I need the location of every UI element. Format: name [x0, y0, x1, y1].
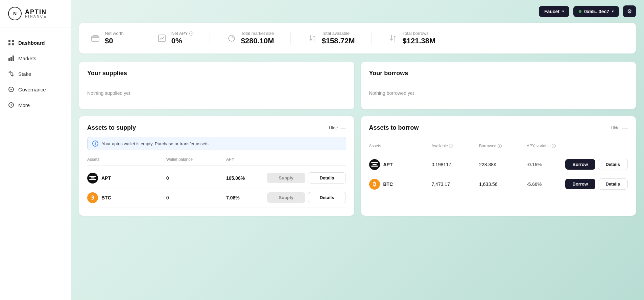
col-apy-variable: APY, variable i: [527, 144, 563, 148]
hide-supply-button[interactable]: Hide —: [329, 125, 346, 131]
borrow-apt-available: 0.198117: [431, 162, 476, 167]
apt-stripe: [371, 166, 378, 167]
your-supplies-panel: Your supplies Nothing supplied yet: [79, 62, 354, 109]
logo-icon: N: [8, 7, 22, 20]
bar-chart-icon: [8, 55, 14, 61]
col-borrow-action: [565, 144, 595, 148]
wallet-button[interactable]: 0x55...3ec7 ▾: [573, 6, 619, 17]
btc-borrow-details-button[interactable]: Details: [598, 178, 628, 190]
stat-net-worth: Net worth $0: [90, 31, 124, 45]
arrows-icon: [8, 71, 14, 77]
logo-text: APTIN FINANCE: [25, 9, 47, 18]
borrow-apt-icon: [369, 159, 380, 170]
sidebar-item-markets[interactable]: Markets: [0, 51, 71, 65]
svg-point-8: [10, 89, 12, 90]
svg-rect-5: [10, 57, 12, 61]
your-borrows-empty: Nothing borrowed yet: [369, 85, 628, 101]
brand-sub: FINANCE: [25, 15, 47, 18]
chevron-down-icon: ▾: [612, 9, 614, 13]
your-supplies-title: Your supplies: [87, 70, 346, 77]
your-borrows-panel: Your borrows Nothing borrowed yet: [361, 62, 636, 109]
svg-rect-12: [92, 36, 99, 41]
sidebar-item-more[interactable]: More: [0, 98, 71, 112]
svg-rect-3: [12, 43, 14, 45]
hide-borrow-button[interactable]: Hide —: [611, 125, 628, 131]
assets-supply-header: Assets to supply Hide —: [87, 124, 346, 131]
btc-icon: ₿: [87, 192, 98, 203]
borrow-apt-name: APT: [383, 162, 393, 167]
col-assets: Assets: [87, 157, 164, 162]
faucet-label: Faucet: [544, 9, 559, 14]
supply-table-header: Assets Wallet balance APY: [87, 157, 346, 166]
borrow-btc-row: ₿ BTC 7,473.17 1,633.56 -5.60% Borrow De…: [369, 174, 628, 194]
total-market-label: Total market size: [241, 31, 274, 36]
borrow-table-header: Assets Available i Borrowed i APY, varia…: [369, 144, 628, 152]
net-worth-label: Net worth: [105, 31, 124, 36]
arrows-updown2-icon: [388, 33, 399, 44]
stat-divider-3: [290, 31, 291, 45]
grid-icon: [8, 40, 14, 46]
sidebar-item-stake[interactable]: Stake: [0, 67, 71, 81]
chevron-down-icon: ▾: [562, 9, 564, 13]
col-apy: APY: [226, 157, 264, 162]
logo-area: N APTIN FINANCE: [0, 0, 71, 27]
assets-to-supply-panel: Assets to supply Hide — i Your aptos wal…: [79, 116, 354, 216]
apt-borrow-button[interactable]: Borrow: [565, 159, 595, 170]
borrow-btc-apy: -5.60%: [527, 181, 563, 187]
sidebar-nav: Dashboard Markets Stake: [0, 27, 71, 120]
total-borrows-label: Total borrows: [403, 31, 436, 36]
apt-borrow-details-button[interactable]: Details: [598, 159, 628, 170]
sidebar-item-governance[interactable]: Governance: [0, 82, 71, 97]
faucet-button[interactable]: Faucet ▾: [539, 6, 569, 17]
borrow-btc-info: ₿ BTC: [369, 179, 429, 190]
svg-rect-4: [8, 58, 10, 61]
btc-details-button[interactable]: Details: [308, 192, 346, 203]
stat-net-apy-info: Net APY i 0%: [171, 31, 193, 45]
sidebar-item-label: Dashboard: [18, 40, 45, 46]
stat-total-available-info: Total available $158.72M: [322, 31, 355, 45]
settings-button[interactable]: ⚙: [623, 5, 636, 17]
hide-supply-label: Hide: [329, 125, 338, 130]
chart-icon: [157, 33, 167, 44]
apt-details-button[interactable]: Details: [308, 172, 346, 184]
net-apy-value: 0%: [171, 37, 193, 45]
apt-balance: 0: [166, 175, 223, 181]
info-icon: i: [189, 31, 193, 36]
your-borrows-title: Your borrows: [369, 70, 628, 77]
svg-rect-2: [8, 43, 10, 45]
hide-borrow-label: Hide: [611, 125, 620, 130]
stat-total-borrows-info: Total borrows $121.38M: [403, 31, 436, 45]
plus-circle-icon: [8, 102, 14, 108]
borrow-btc-borrowed: 1,633.56: [479, 181, 524, 187]
sidebar-item-label: Governance: [18, 87, 46, 92]
btc-borrow-button[interactable]: Borrow: [565, 179, 595, 189]
col-action2: [308, 157, 346, 162]
apt-stripe: [89, 179, 96, 180]
info-available-icon: i: [449, 144, 453, 148]
main-grid: Your supplies Nothing supplied yet Your …: [71, 62, 644, 216]
apt-stripe: [89, 176, 96, 177]
sidebar-item-label: Stake: [18, 71, 31, 77]
apt-stripe: [371, 162, 378, 163]
assets-supply-title: Assets to supply: [87, 124, 136, 131]
dash-icon: —: [622, 125, 628, 131]
total-available-value: $158.72M: [322, 37, 355, 45]
assets-borrow-header: Assets to borrow Hide —: [369, 124, 628, 131]
col-available: Available i: [431, 144, 476, 148]
supply-apt-row: APT 0 165.06% Supply Details: [87, 168, 346, 188]
wallet-status-dot: [579, 10, 581, 13]
apt-supply-button[interactable]: Supply: [267, 173, 305, 183]
info-message: Your aptos wallet is empty. Purchase or …: [102, 141, 209, 146]
total-available-label: Total available: [322, 31, 355, 36]
apt-stripe: [91, 177, 95, 178]
apt-apy: 165.06%: [226, 175, 264, 181]
sidebar-item-dashboard[interactable]: Dashboard: [0, 36, 71, 50]
gear-icon: ⚙: [627, 8, 632, 14]
supply-btc-row: ₿ BTC 0 7.08% Supply Details: [87, 188, 346, 208]
apt-stripe: [373, 164, 377, 165]
borrow-btc-available: 7,473.17: [431, 181, 476, 187]
borrow-btc-icon: ₿: [369, 179, 380, 190]
stat-divider-4: [371, 31, 372, 45]
btc-supply-button[interactable]: Supply: [267, 192, 305, 203]
sidebar-item-label: Markets: [18, 56, 36, 61]
